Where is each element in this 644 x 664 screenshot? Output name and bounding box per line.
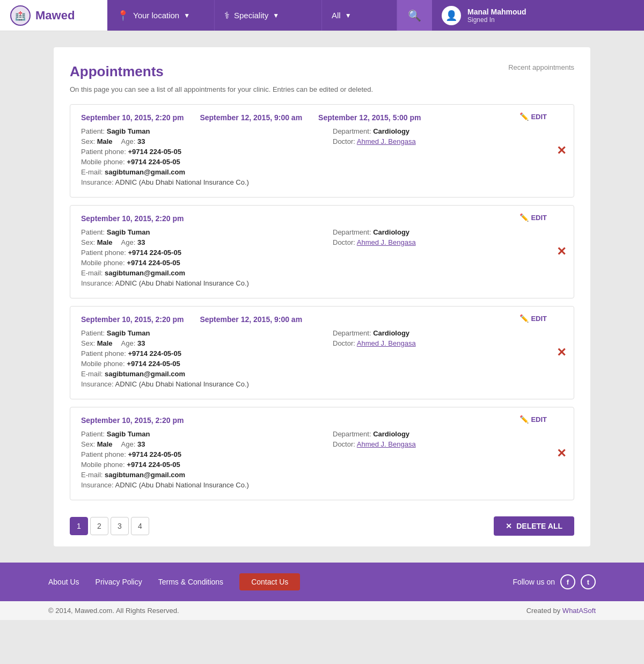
sex-age-row: Sex: MaleAge: 33 <box>81 137 311 145</box>
doctor-row: Doctor: Ahmed J. Bengasa <box>333 238 563 246</box>
mobile-phone-value: +9714 224-05-05 <box>127 461 180 469</box>
appointment-card: September 10, 2015, 2:20 pmSeptember 12,… <box>70 306 574 399</box>
location-icon: 📍 <box>117 10 129 21</box>
mobile-phone-value: +9714 224-05-05 <box>127 158 180 166</box>
appointment-body: Patient: Sagib Tuman Sex: MaleAge: 33 Pa… <box>81 127 563 188</box>
created-by-prefix: Created by <box>526 607 562 615</box>
edit-button[interactable]: ✏️ EDIT <box>519 213 547 222</box>
mobile-phone-row: Mobile phone: +9714 224-05-05 <box>81 259 311 267</box>
email-value: sagibtuman@gmail.com <box>105 471 185 479</box>
footer-top: About Us Privacy Policy Terms & Conditio… <box>0 563 644 601</box>
recent-appointments-link[interactable]: Recent appointments <box>508 63 574 71</box>
pagination-area: 1234 ✕ DELETE ALL <box>70 511 574 536</box>
email-value: sagibtuman@gmail.com <box>105 269 185 277</box>
about-us-link[interactable]: About Us <box>48 578 79 586</box>
delete-button[interactable]: ✕ <box>557 245 566 259</box>
appointment-right: Department: Cardiology Doctor: Ahmed J. … <box>333 127 563 188</box>
all-nav[interactable]: All ▼ <box>322 0 397 31</box>
page-description: On this page you can see a list of all a… <box>70 85 574 93</box>
page-button-2[interactable]: 2 <box>90 517 108 535</box>
user-status: Signed In <box>467 16 526 24</box>
patient-phone-value: +9714 224-05-05 <box>128 349 181 357</box>
sex-age-row: Sex: MaleAge: 33 <box>81 238 311 246</box>
appointments-list: September 10, 2015, 2:20 pmSeptember 12,… <box>70 104 574 500</box>
email-row: E-mail: sagibtuman@gmail.com <box>81 269 311 277</box>
appointment-card: September 10, 2015, 2:20 pm✏️ EDIT✕ Pati… <box>70 407 574 500</box>
close-icon: ✕ <box>557 144 566 157</box>
user-info: Manal Mahmoud Signed In <box>467 8 526 24</box>
appointment-right: Department: Cardiology Doctor: Ahmed J. … <box>333 329 563 390</box>
delete-all-button[interactable]: ✕ DELETE ALL <box>494 516 574 536</box>
delete-button[interactable]: ✕ <box>557 346 566 360</box>
insurance-row: Insurance: ADNIC (Abu Dhabi National Ins… <box>81 178 311 186</box>
email-row: E-mail: sagibtuman@gmail.com <box>81 471 311 479</box>
edit-button[interactable]: ✏️ EDIT <box>519 314 547 323</box>
footer-bottom: © 2014, Mawed.com. All Rights Reserved. … <box>0 601 644 620</box>
sex-value: Male <box>97 238 113 246</box>
edit-icon: ✏️ <box>519 213 529 222</box>
patient-name: Sagib Tuman <box>107 329 150 337</box>
appointment-card: September 10, 2015, 2:20 pmSeptember 12,… <box>70 104 574 198</box>
privacy-policy-link[interactable]: Privacy Policy <box>96 578 142 586</box>
whatasoft-link[interactable]: WhatASoft <box>562 607 596 615</box>
insurance-value: ADNIC (Abu Dhabi National Insurance Co.) <box>115 481 249 489</box>
pagination: 1234 <box>70 517 149 535</box>
avatar-icon: 👤 <box>445 10 457 21</box>
delete-button[interactable]: ✕ <box>557 447 566 461</box>
facebook-icon[interactable]: f <box>560 574 575 589</box>
logo-icon: 🏥 <box>10 5 31 26</box>
speciality-nav[interactable]: ⚕ Speciality ▼ <box>215 0 322 31</box>
doctor-link[interactable]: Ahmed J. Bengasa <box>357 137 416 145</box>
location-chevron-icon: ▼ <box>184 12 190 19</box>
search-button[interactable]: 🔍 <box>397 0 432 31</box>
appointment-date-2: September 12, 2015, 9:00 am <box>200 315 302 324</box>
speciality-chevron-icon: ▼ <box>273 12 279 19</box>
patient-phone-value: +9714 224-05-05 <box>128 249 181 257</box>
contact-us-button[interactable]: Contact Us <box>239 573 300 590</box>
edit-icon: ✏️ <box>519 314 529 323</box>
terms-conditions-link[interactable]: Terms & Conditions <box>158 578 223 586</box>
appointment-date-1: September 10, 2015, 2:20 pm <box>81 214 184 223</box>
page-button-3[interactable]: 3 <box>111 517 129 535</box>
sex-age-row: Sex: MaleAge: 33 <box>81 440 311 448</box>
doctor-link[interactable]: Ahmed J. Bengasa <box>357 440 416 448</box>
insurance-value: ADNIC (Abu Dhabi National Insurance Co.) <box>115 178 249 186</box>
speciality-icon: ⚕ <box>224 10 230 21</box>
mobile-phone-row: Mobile phone: +9714 224-05-05 <box>81 360 311 368</box>
page-title: Appointments <box>70 63 164 80</box>
header: 🏥 Mawed 📍 Your location ▼ ⚕ Speciality ▼… <box>0 0 644 31</box>
patient-row: Patient: Sagib Tuman <box>81 127 311 135</box>
insurance-row: Insurance: ADNIC (Abu Dhabi National Ins… <box>81 481 311 489</box>
patient-row: Patient: Sagib Tuman <box>81 430 311 438</box>
edit-button[interactable]: ✏️ EDIT <box>519 112 547 121</box>
doctor-row: Doctor: Ahmed J. Bengasa <box>333 339 563 347</box>
location-nav[interactable]: 📍 Your location ▼ <box>107 0 215 31</box>
delete-all-label: DELETE ALL <box>516 522 562 530</box>
edit-button[interactable]: ✏️ EDIT <box>519 415 547 424</box>
age-value: 33 <box>137 137 145 145</box>
appointment-body: Patient: Sagib Tuman Sex: MaleAge: 33 Pa… <box>81 430 563 491</box>
search-icon: 🔍 <box>408 9 421 22</box>
appointment-right: Department: Cardiology Doctor: Ahmed J. … <box>333 228 563 289</box>
doctor-link[interactable]: Ahmed J. Bengasa <box>357 238 416 246</box>
appointment-right: Department: Cardiology Doctor: Ahmed J. … <box>333 430 563 491</box>
close-icon: ✕ <box>557 245 566 258</box>
patient-phone-value: +9714 224-05-05 <box>128 148 181 156</box>
edit-icon: ✏️ <box>519 112 529 121</box>
insurance-value: ADNIC (Abu Dhabi National Insurance Co.) <box>115 279 249 287</box>
patient-row: Patient: Sagib Tuman <box>81 329 311 337</box>
patient-row: Patient: Sagib Tuman <box>81 228 311 236</box>
patient-name: Sagib Tuman <box>107 228 150 236</box>
twitter-icon[interactable]: t <box>581 574 596 589</box>
edit-icon: ✏️ <box>519 415 529 424</box>
page-button-4[interactable]: 4 <box>131 517 149 535</box>
appointment-left: Patient: Sagib Tuman Sex: MaleAge: 33 Pa… <box>81 127 311 188</box>
delete-button[interactable]: ✕ <box>557 144 566 158</box>
appointment-dates: September 10, 2015, 2:20 pmSeptember 12,… <box>81 113 563 122</box>
delete-all-icon: ✕ <box>506 522 512 530</box>
department-row: Department: Cardiology <box>333 329 563 337</box>
appointment-body: Patient: Sagib Tuman Sex: MaleAge: 33 Pa… <box>81 329 563 390</box>
page-button-1[interactable]: 1 <box>70 517 88 535</box>
social-area: Follow us on f t <box>513 574 596 589</box>
doctor-link[interactable]: Ahmed J. Bengasa <box>357 339 416 347</box>
